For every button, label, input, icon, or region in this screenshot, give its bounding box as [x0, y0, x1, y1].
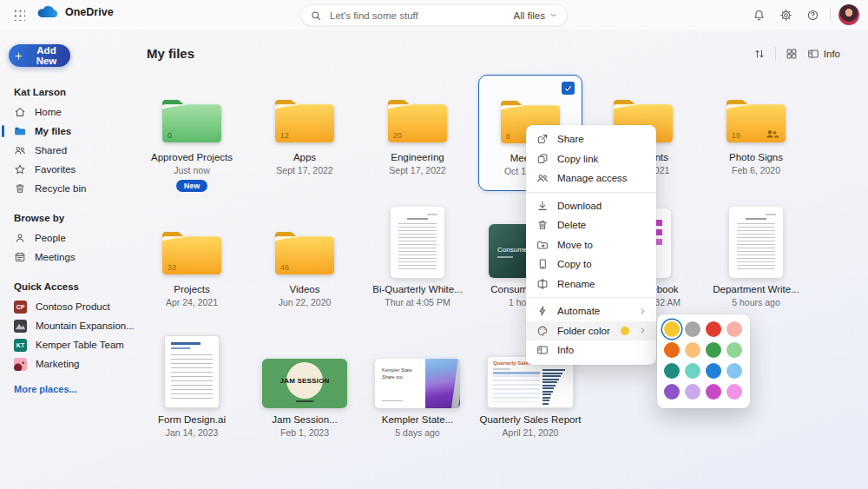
folder-color-swatch-3e9f4b[interactable]: [706, 342, 721, 358]
sidebar-item-recycle-bin[interactable]: Recycle bin: [0, 179, 140, 198]
more-places-link[interactable]: More places...: [14, 384, 140, 394]
menu-item-copy-to[interactable]: Copy to: [526, 254, 656, 274]
folder-color-swatch-2180d8[interactable]: [706, 363, 721, 379]
sidebar-item-favorites[interactable]: Favorites: [0, 160, 140, 179]
jam-session-thumbnail: JAM SESSION: [262, 359, 347, 408]
grid-view-button[interactable]: [786, 48, 798, 60]
sidebar-item-label: Shared: [35, 145, 67, 155]
folder-icon: 12: [272, 94, 338, 146]
folder-icon: 46: [272, 226, 338, 278]
quick-access-item-contoso-product[interactable]: CPContoso Product: [0, 297, 140, 316]
menu-item-rename[interactable]: Rename: [526, 274, 656, 294]
folder-color-picker: [657, 314, 750, 408]
file-tile-engineering[interactable]: 20EngineeringSept 17, 2022: [365, 75, 470, 175]
file-tile-department-write-[interactable]: Department Write...5 hours ago: [704, 201, 808, 307]
folder-item-count: 12: [280, 131, 289, 140]
help-button[interactable]: [803, 5, 822, 24]
file-name: Engineering: [391, 152, 444, 162]
file-date: Jun 22, 2020: [279, 297, 332, 307]
notifications-button[interactable]: [749, 5, 768, 24]
file-name: Quarterly Sales Report: [480, 414, 582, 425]
search-input[interactable]: [328, 10, 508, 22]
file-tile-projects[interactable]: 33ProjectsApr 24, 2021: [140, 201, 244, 307]
sidebar-item-label: People: [35, 233, 66, 243]
search-scope-dropdown[interactable]: All files: [514, 10, 558, 21]
sidebar-item-label: Recycle bin: [35, 183, 86, 194]
menu-item-share[interactable]: Share: [526, 129, 656, 149]
folder-color-swatch-e13c2f[interactable]: [706, 321, 721, 337]
info-icon: [536, 344, 549, 356]
folder-color-swatch-f5c832[interactable]: [664, 321, 680, 337]
folder-color-swatch-8e55c9[interactable]: [664, 384, 680, 400]
file-tile-form-design-ai[interactable]: Form Design.aiJan 14, 2023: [140, 327, 244, 438]
help-icon: [806, 9, 819, 22]
file-tile-photo-signs[interactable]: 19Photo SignsFeb 6, 2020: [704, 75, 808, 175]
browse-by-heading: Browse by: [14, 213, 140, 223]
sidebar-item-my-files[interactable]: My files: [0, 122, 140, 141]
menu-item-move-to[interactable]: Move to: [526, 235, 656, 255]
selection-checkbox[interactable]: [562, 82, 575, 95]
search-bar[interactable]: All files: [300, 4, 568, 26]
current-folder-color-dot: [621, 327, 629, 335]
file-tile-approved-projects[interactable]: 0Approved ProjectsJust nowNew: [140, 75, 244, 192]
menu-item-folder-color[interactable]: Folder color: [526, 321, 656, 341]
chevron-right-icon: [638, 326, 648, 335]
folder-color-swatch-f9b0a8[interactable]: [727, 321, 742, 337]
menu-item-delete[interactable]: Delete: [526, 215, 656, 235]
new-badge: New: [176, 180, 208, 192]
info-pane-button[interactable]: Info: [807, 48, 840, 60]
file-tile-jam-session-[interactable]: JAM SESSIONJam Session...Feb 1, 2023: [253, 327, 357, 438]
folder-color-swatch-caa9ef[interactable]: [685, 384, 700, 400]
file-tile-videos[interactable]: 46VideosJun 22, 2020: [253, 201, 357, 307]
file-name: Bi-Quarterly White...: [372, 284, 463, 294]
quick-access-item-marketing[interactable]: Marketing: [0, 354, 140, 373]
onedrive-brand[interactable]: OneDrive: [36, 4, 114, 19]
quick-access-item-kemper-table-team[interactable]: KTKemper Table Team: [0, 335, 140, 354]
folder-color-swatch-c74ac4[interactable]: [706, 384, 721, 400]
file-tile-kempler-state-[interactable]: Kempler StateShare outKempler State...5 …: [365, 327, 470, 438]
chevron-right-icon: [638, 307, 648, 316]
gear-icon: [779, 9, 792, 22]
sidebar-item-shared[interactable]: Shared: [0, 141, 140, 160]
folder-item-count: 20: [393, 131, 402, 140]
folder-color-swatch-a7a7a7[interactable]: [685, 321, 700, 337]
folder-color-swatch-ea6a15[interactable]: [664, 342, 680, 358]
menu-item-download[interactable]: Download: [526, 196, 656, 216]
folder-icon: 20: [385, 94, 450, 146]
file-date: Sept 17, 2022: [276, 165, 332, 175]
quick-access-label: Contoso Product: [36, 301, 110, 312]
folder-color-swatch-6fd3c4[interactable]: [685, 363, 700, 379]
file-tile-bi-quarterly-white-[interactable]: Bi-Quarterly White...Thur at 4:05 PM: [365, 201, 470, 307]
folder-color-swatch-f093e5[interactable]: [727, 384, 742, 400]
folder-color-swatch-90d694[interactable]: [727, 342, 742, 358]
file-tile-apps[interactable]: 12AppsSept 17, 2022: [253, 75, 357, 175]
sidebar-item-people[interactable]: People: [0, 228, 140, 248]
folder-item-count: 33: [168, 263, 176, 272]
sidebar-item-label: Meetings: [35, 252, 76, 262]
folder-color-swatch-fbc077[interactable]: [685, 342, 700, 358]
folder-item-count: 0: [168, 131, 172, 140]
quick-access-item-mountain-expansion-[interactable]: Mountain Expansion...: [0, 316, 140, 335]
menu-item-manage-access[interactable]: Manage access: [526, 169, 656, 188]
menu-item-info[interactable]: Info: [526, 340, 656, 360]
sidebar-item-meetings[interactable]: Meetings: [0, 248, 140, 267]
topbar-divider: [830, 8, 831, 22]
settings-button[interactable]: [776, 5, 795, 24]
header-divider: [775, 47, 776, 61]
menu-item-automate[interactable]: Automate: [526, 301, 656, 321]
menu-item-copy-link[interactable]: Copy link: [526, 149, 656, 169]
file-name: Department Write...: [713, 284, 799, 294]
folder-color-swatch-87c5f1[interactable]: [727, 363, 742, 379]
info-pane-label: Info: [824, 49, 840, 59]
account-avatar[interactable]: [838, 4, 859, 25]
sidebar-item-home[interactable]: Home: [0, 102, 140, 122]
context-menu: ShareCopy linkManage accessDownloadDelet…: [526, 125, 656, 365]
add-new-button[interactable]: Add New: [9, 44, 70, 67]
kempler-thumbnail: Kempler StateShare out: [375, 359, 460, 408]
folder-color-swatch-1f8e81[interactable]: [664, 363, 680, 379]
folder-icon: 19: [723, 94, 789, 146]
app-launcher-waffle-icon[interactable]: [13, 9, 25, 21]
sidebar-item-label: My files: [35, 126, 71, 136]
sort-button[interactable]: [753, 48, 766, 60]
add-new-label: Add New: [28, 45, 65, 66]
